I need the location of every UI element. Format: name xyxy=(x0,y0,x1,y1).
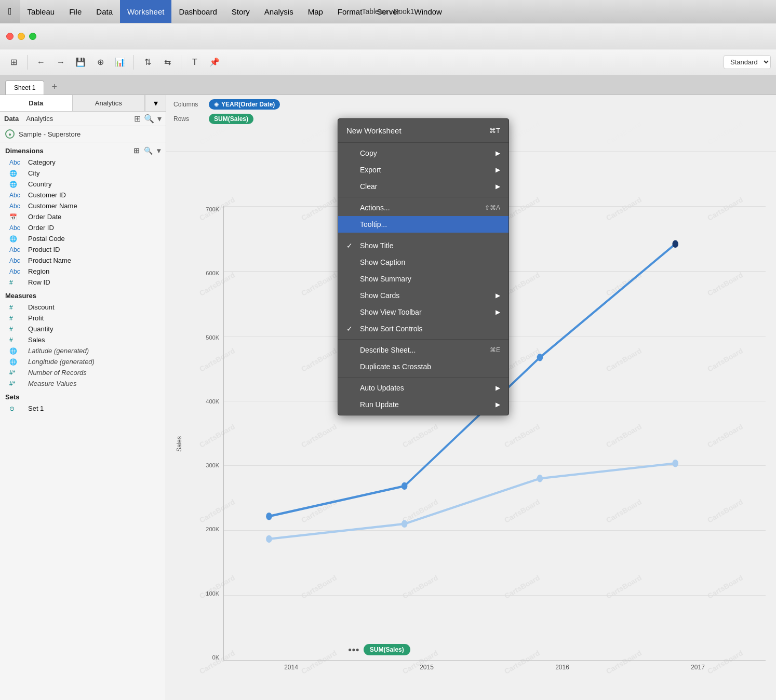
menu-show-sort-controls[interactable]: ✓ Show Sort Controls xyxy=(338,320,509,337)
columns-pill-icon: ⊕ xyxy=(214,101,219,108)
field-row-id[interactable]: # Row ID xyxy=(0,277,166,288)
sidebar-dropdown-icon[interactable]: ▾ xyxy=(157,114,162,124)
field-region[interactable]: Abc Region xyxy=(0,266,166,277)
add-sheet-button[interactable]: + xyxy=(46,79,62,95)
minimize-button[interactable] xyxy=(18,33,25,40)
menu-story[interactable]: Story xyxy=(224,0,257,23)
pin-icon[interactable]: 📌 xyxy=(206,54,223,71)
field-city[interactable]: 🌐 City xyxy=(0,168,166,179)
datasource-name[interactable]: Sample - Superstore xyxy=(19,130,81,138)
sidebar-tab-dropdown[interactable]: ▾ xyxy=(145,95,166,111)
y-label-200k: 200K xyxy=(206,526,219,532)
menu-new-worksheet[interactable]: New Worksheet ⌘T xyxy=(338,121,509,140)
menu-actions-shortcut: ⇧⌘A xyxy=(485,204,500,211)
field-quantity[interactable]: # Quantity xyxy=(0,324,166,334)
add-datasource-icon[interactable]: ⊕ xyxy=(92,54,109,71)
menu-bar:  Tableau File Data Worksheet Dashboard … xyxy=(0,0,776,23)
menu-new-worksheet-shortcut: ⌘T xyxy=(489,127,500,134)
field-num-records[interactable]: #* Number of Records xyxy=(0,367,166,378)
menu-show-summary[interactable]: Show Summary xyxy=(338,271,509,287)
menu-run-update[interactable]: Run Update ▶ xyxy=(338,396,509,413)
menu-auto-updates[interactable]: Auto Updates ▶ xyxy=(338,380,509,396)
field-type-icon-measval: #* xyxy=(9,380,24,387)
menu-show-caption-label: Show Caption xyxy=(360,258,405,266)
dimensions-section-header: Dimensions ⊞ 🔍 ▾ xyxy=(0,142,166,157)
sort-desc-icon[interactable]: ⇆ xyxy=(159,54,176,71)
field-order-id[interactable]: Abc Order ID xyxy=(0,222,166,233)
field-label-profit: Profit xyxy=(28,314,44,322)
menu-tableau[interactable]: Tableau xyxy=(20,0,62,23)
menu-describe-sheet[interactable]: Describe Sheet... ⌘E xyxy=(338,342,509,358)
field-label-region: Region xyxy=(28,267,49,275)
sidebar-tab-analytics[interactable]: Analytics xyxy=(73,95,145,111)
columns-pill[interactable]: ⊕ YEAR(Order Date) xyxy=(209,99,280,110)
field-measure-values[interactable]: #* Measure Values xyxy=(0,378,166,389)
menu-file[interactable]: File xyxy=(62,0,89,23)
field-longitude[interactable]: 🌐 Longitude (generated) xyxy=(0,356,166,367)
field-customer-name[interactable]: Abc Customer Name xyxy=(0,200,166,211)
marks-row: ●●● SUM(Sales) xyxy=(348,644,410,655)
y-axis: 700K 600K 500K 400K 300K 200K 100K 0K xyxy=(197,206,223,661)
x-label-2014: 2014 xyxy=(284,664,298,671)
menu-au-label: Auto Updates xyxy=(360,384,404,392)
menu-analysis[interactable]: Analysis xyxy=(257,0,301,23)
menu-show-vt-label: Show View Toolbar xyxy=(360,308,422,316)
menu-map[interactable]: Map xyxy=(301,0,330,23)
tab-sheet1[interactable]: Sheet 1 xyxy=(5,80,44,95)
marks-pill[interactable]: SUM(Sales) xyxy=(364,644,410,655)
menu-show-caption[interactable]: Show Caption xyxy=(338,254,509,271)
maximize-button[interactable] xyxy=(29,33,36,40)
menu-data[interactable]: Data xyxy=(89,0,120,23)
menu-tooltip[interactable]: Tooltip... xyxy=(338,216,509,233)
menu-worksheet[interactable]: Worksheet xyxy=(120,0,171,23)
grid-icon[interactable]: ⊞ xyxy=(5,54,22,71)
menu-show-view-toolbar[interactable]: Show View Toolbar ▶ xyxy=(338,304,509,320)
field-discount[interactable]: # Discount xyxy=(0,302,166,313)
field-latitude[interactable]: 🌐 Latitude (generated) xyxy=(0,345,166,356)
close-button[interactable] xyxy=(6,33,14,40)
menu-show-sort-check: ✓ xyxy=(346,325,356,333)
field-customer-id[interactable]: Abc Customer ID xyxy=(0,190,166,200)
menu-copy[interactable]: Copy ▶ xyxy=(338,145,509,161)
field-sales[interactable]: # Sales xyxy=(0,334,166,345)
marks-dots: ●●● xyxy=(348,646,359,653)
field-category[interactable]: Abc Category xyxy=(0,157,166,168)
menu-dashboard[interactable]: Dashboard xyxy=(171,0,224,23)
apple-menu[interactable]:  xyxy=(0,0,20,23)
sort-asc-icon[interactable]: ⇅ xyxy=(139,54,156,71)
sidebar-grid-icon[interactable]: ⊞ xyxy=(134,114,141,124)
field-set1[interactable]: ⊙ Set 1 xyxy=(0,403,166,414)
field-country[interactable]: 🌐 Country xyxy=(0,179,166,190)
field-type-icon-postal: 🌐 xyxy=(9,235,24,243)
dimensions-grid-icon[interactable]: ⊞ xyxy=(133,146,140,155)
dimensions-search-icon[interactable]: 🔍 xyxy=(144,146,153,155)
text-icon[interactable]: T xyxy=(186,54,203,71)
forward-icon[interactable]: → xyxy=(52,54,69,71)
field-label-category: Category xyxy=(28,158,56,166)
field-type-icon-productname: Abc xyxy=(9,257,24,264)
field-profit[interactable]: # Profit xyxy=(0,313,166,324)
back-icon[interactable]: ← xyxy=(33,54,49,71)
save-icon[interactable]: 💾 xyxy=(72,54,89,71)
menu-show-cards[interactable]: Show Cards ▶ xyxy=(338,287,509,304)
menu-duplicate-crosstab[interactable]: Duplicate as Crosstab xyxy=(338,358,509,375)
sidebar-tab-data[interactable]: Data xyxy=(0,95,73,111)
field-label-productid: Product ID xyxy=(28,246,60,253)
menu-actions[interactable]: Actions... ⇧⌘A xyxy=(338,199,509,216)
menu-clear[interactable]: Clear ▶ xyxy=(338,178,509,195)
field-postal-code[interactable]: 🌐 Postal Code xyxy=(0,233,166,244)
menu-show-title[interactable]: ✓ Show Title xyxy=(338,237,509,254)
data-icon[interactable]: 📊 xyxy=(112,54,128,71)
marks-area: ●●● SUM(Sales) xyxy=(348,644,410,658)
dimensions-chevron-icon[interactable]: ▾ xyxy=(157,146,160,155)
sidebar-search-row: Data Analytics ⊞ 🔍 ▾ xyxy=(0,112,166,126)
rows-pill[interactable]: SUM(Sales) xyxy=(209,114,253,124)
field-product-name[interactable]: Abc Product Name xyxy=(0,255,166,266)
menu-export[interactable]: Export ▶ xyxy=(338,161,509,178)
sets-label: Sets xyxy=(5,393,19,401)
field-label-city: City xyxy=(28,169,39,177)
field-product-id[interactable]: Abc Product ID xyxy=(0,244,166,255)
view-select[interactable]: Standard xyxy=(724,55,771,69)
sidebar-search-icon[interactable]: 🔍 xyxy=(144,114,154,124)
field-order-date[interactable]: 📅 Order Date xyxy=(0,211,166,222)
